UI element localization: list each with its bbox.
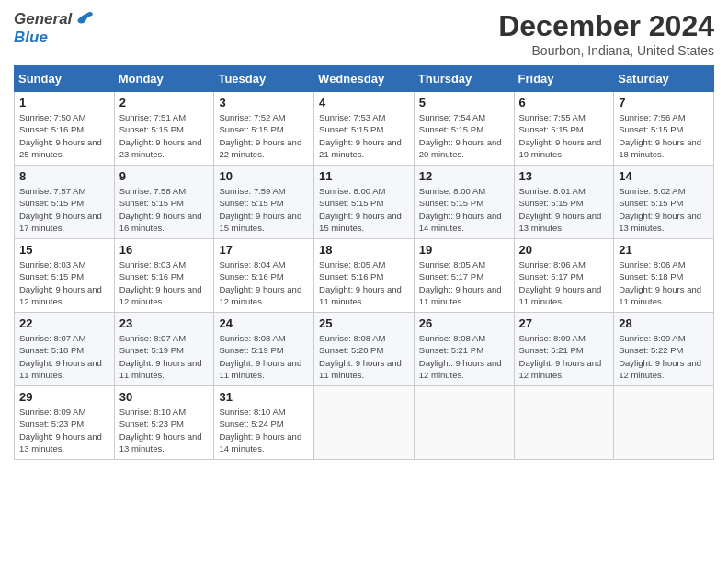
day-detail: Sunrise: 7:51 AMSunset: 5:15 PMDaylight:… [119, 111, 210, 160]
day-number: 18 [319, 243, 409, 257]
day-detail: Sunrise: 8:08 AMSunset: 5:21 PMDaylight:… [419, 332, 509, 381]
day-detail: Sunrise: 8:05 AMSunset: 5:17 PMDaylight:… [419, 259, 509, 307]
day-detail: Sunrise: 7:58 AMSunset: 5:15 PMDaylight:… [119, 185, 210, 234]
calendar-table: Sunday Monday Tuesday Wednesday Thursday… [14, 65, 714, 460]
day-number: 12 [419, 169, 509, 183]
calendar-cell: 13Sunrise: 8:01 AMSunset: 5:15 PMDayligh… [514, 166, 614, 239]
day-detail: Sunrise: 8:03 AMSunset: 5:15 PMDaylight:… [19, 259, 109, 307]
day-detail: Sunrise: 8:08 AMSunset: 5:19 PMDaylight:… [219, 332, 309, 381]
day-detail: Sunrise: 7:52 AMSunset: 5:15 PMDaylight:… [219, 111, 309, 160]
day-detail: Sunrise: 7:57 AMSunset: 5:15 PMDaylight:… [19, 185, 109, 234]
day-number: 17 [219, 243, 309, 257]
calendar-cell: 8Sunrise: 7:57 AMSunset: 5:15 PMDaylight… [15, 166, 115, 239]
weekday-header-row: Sunday Monday Tuesday Wednesday Thursday… [15, 66, 714, 92]
calendar-cell: 12Sunrise: 8:00 AMSunset: 5:15 PMDayligh… [414, 166, 514, 239]
day-number: 4 [319, 96, 409, 109]
day-detail: Sunrise: 7:59 AMSunset: 5:15 PMDaylight:… [219, 185, 309, 234]
calendar-cell: 4Sunrise: 7:53 AMSunset: 5:15 PMDaylight… [314, 92, 415, 166]
day-number: 23 [119, 316, 210, 330]
calendar-cell: 16Sunrise: 8:03 AMSunset: 5:16 PMDayligh… [114, 239, 214, 313]
day-detail: Sunrise: 8:07 AMSunset: 5:18 PMDaylight:… [19, 332, 109, 381]
calendar-cell: 17Sunrise: 8:04 AMSunset: 5:16 PMDayligh… [214, 239, 314, 313]
day-detail: Sunrise: 8:01 AMSunset: 5:15 PMDaylight:… [519, 185, 609, 234]
day-detail: Sunrise: 8:00 AMSunset: 5:15 PMDaylight:… [319, 185, 409, 234]
calendar-cell: 3Sunrise: 7:52 AMSunset: 5:15 PMDaylight… [214, 92, 314, 166]
calendar-cell: 31Sunrise: 8:10 AMSunset: 5:24 PMDayligh… [214, 386, 314, 460]
day-detail: Sunrise: 7:53 AMSunset: 5:15 PMDaylight:… [319, 111, 409, 160]
day-number: 22 [19, 316, 109, 330]
calendar-cell: 28Sunrise: 8:09 AMSunset: 5:22 PMDayligh… [614, 313, 714, 386]
calendar-cell [514, 386, 614, 460]
page-container: General Blue December 2024 Bourbon, Indi… [0, 0, 728, 469]
day-detail: Sunrise: 8:04 AMSunset: 5:16 PMDaylight:… [219, 259, 309, 307]
day-detail: Sunrise: 8:10 AMSunset: 5:23 PMDaylight:… [119, 406, 210, 454]
header-wednesday: Wednesday [314, 66, 415, 92]
calendar-cell: 7Sunrise: 7:56 AMSunset: 5:15 PMDaylight… [614, 92, 714, 166]
logo-blue: Blue [14, 29, 48, 46]
calendar-cell: 9Sunrise: 7:58 AMSunset: 5:15 PMDaylight… [114, 166, 214, 239]
day-number: 19 [419, 243, 509, 257]
calendar-week-4: 29Sunrise: 8:09 AMSunset: 5:23 PMDayligh… [15, 386, 714, 460]
month-title: December 2024 [498, 9, 714, 43]
day-number: 10 [219, 169, 309, 183]
day-number: 14 [619, 169, 709, 183]
day-number: 6 [519, 96, 609, 109]
calendar-cell: 24Sunrise: 8:08 AMSunset: 5:19 PMDayligh… [214, 313, 314, 386]
calendar-cell: 5Sunrise: 7:54 AMSunset: 5:15 PMDaylight… [414, 92, 514, 166]
day-detail: Sunrise: 8:03 AMSunset: 5:16 PMDaylight:… [119, 259, 210, 307]
day-detail: Sunrise: 7:56 AMSunset: 5:15 PMDaylight:… [619, 111, 709, 160]
header-tuesday: Tuesday [214, 66, 314, 92]
calendar-cell: 11Sunrise: 8:00 AMSunset: 5:15 PMDayligh… [314, 166, 415, 239]
day-detail: Sunrise: 8:07 AMSunset: 5:19 PMDaylight:… [119, 332, 210, 381]
calendar-cell: 14Sunrise: 8:02 AMSunset: 5:15 PMDayligh… [614, 166, 714, 239]
header-saturday: Saturday [614, 66, 714, 92]
calendar-cell: 10Sunrise: 7:59 AMSunset: 5:15 PMDayligh… [214, 166, 314, 239]
calendar-cell: 30Sunrise: 8:10 AMSunset: 5:23 PMDayligh… [114, 386, 214, 460]
header-thursday: Thursday [414, 66, 514, 92]
day-number: 21 [619, 243, 709, 257]
logo-general: General [14, 11, 72, 29]
day-detail: Sunrise: 8:00 AMSunset: 5:15 PMDaylight:… [419, 185, 509, 234]
calendar-cell: 25Sunrise: 8:08 AMSunset: 5:20 PMDayligh… [314, 313, 415, 386]
calendar-cell [614, 386, 714, 460]
calendar-week-3: 22Sunrise: 8:07 AMSunset: 5:18 PMDayligh… [15, 313, 714, 386]
day-number: 20 [519, 243, 609, 257]
day-detail: Sunrise: 8:06 AMSunset: 5:18 PMDaylight:… [619, 259, 709, 307]
day-detail: Sunrise: 8:05 AMSunset: 5:16 PMDaylight:… [319, 259, 409, 307]
day-detail: Sunrise: 8:09 AMSunset: 5:21 PMDaylight:… [519, 332, 609, 381]
day-number: 8 [19, 169, 109, 183]
title-area: December 2024 Bourbon, Indiana, United S… [498, 9, 714, 58]
day-detail: Sunrise: 7:50 AMSunset: 5:16 PMDaylight:… [19, 111, 109, 160]
day-detail: Sunrise: 8:02 AMSunset: 5:15 PMDaylight:… [619, 185, 709, 234]
logo: General Blue [14, 9, 95, 47]
day-number: 7 [619, 96, 709, 109]
calendar-cell [314, 386, 415, 460]
day-number: 11 [319, 169, 409, 183]
calendar-cell: 23Sunrise: 8:07 AMSunset: 5:19 PMDayligh… [114, 313, 214, 386]
day-number: 15 [19, 243, 109, 257]
header-friday: Friday [514, 66, 614, 92]
calendar-cell: 29Sunrise: 8:09 AMSunset: 5:23 PMDayligh… [15, 386, 115, 460]
day-number: 24 [219, 316, 309, 330]
calendar-cell: 20Sunrise: 8:06 AMSunset: 5:17 PMDayligh… [514, 239, 614, 313]
day-number: 25 [319, 316, 409, 330]
calendar-cell: 27Sunrise: 8:09 AMSunset: 5:21 PMDayligh… [514, 313, 614, 386]
day-number: 2 [119, 96, 210, 109]
day-number: 28 [619, 316, 709, 330]
day-number: 27 [519, 316, 609, 330]
calendar-cell: 19Sunrise: 8:05 AMSunset: 5:17 PMDayligh… [414, 239, 514, 313]
header-monday: Monday [114, 66, 214, 92]
day-number: 30 [119, 390, 210, 404]
day-number: 1 [19, 96, 109, 109]
header: General Blue December 2024 Bourbon, Indi… [14, 9, 714, 58]
calendar-week-0: 1Sunrise: 7:50 AMSunset: 5:16 PMDaylight… [15, 92, 714, 166]
calendar-cell: 26Sunrise: 8:08 AMSunset: 5:21 PMDayligh… [414, 313, 514, 386]
day-detail: Sunrise: 8:06 AMSunset: 5:17 PMDaylight:… [519, 259, 609, 307]
calendar-cell: 2Sunrise: 7:51 AMSunset: 5:15 PMDaylight… [114, 92, 214, 166]
calendar-cell: 1Sunrise: 7:50 AMSunset: 5:16 PMDaylight… [15, 92, 115, 166]
day-number: 16 [119, 243, 210, 257]
logo-bird-icon [74, 9, 95, 29]
day-detail: Sunrise: 7:55 AMSunset: 5:15 PMDaylight:… [519, 111, 609, 160]
day-number: 9 [119, 169, 210, 183]
calendar-week-1: 8Sunrise: 7:57 AMSunset: 5:15 PMDaylight… [15, 166, 714, 239]
